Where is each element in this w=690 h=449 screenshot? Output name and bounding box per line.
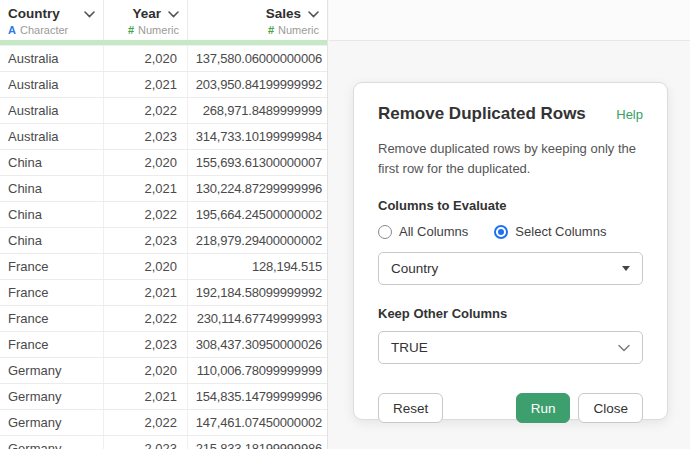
- cell-sales[interactable]: 230,114.67749999993: [188, 306, 327, 331]
- table-row: China 2,022 195,664.24500000002: [0, 202, 327, 228]
- cell-year[interactable]: 2,023: [104, 124, 188, 149]
- cell-country[interactable]: Germany: [0, 436, 104, 449]
- cell-year[interactable]: 2,021: [104, 280, 188, 305]
- cell-sales[interactable]: 314,733.10199999984: [188, 124, 327, 149]
- column-type-label: Character: [20, 24, 68, 36]
- column-select-dropdown[interactable]: Country: [378, 252, 643, 285]
- keep-other-columns-value: TRUE: [391, 340, 428, 355]
- data-grid: Country A Character Year # Numeric: [0, 0, 328, 449]
- column-name: Year: [132, 6, 161, 21]
- table-row: China 2,021 130,224.87299999996: [0, 176, 327, 202]
- cell-country[interactable]: France: [0, 280, 104, 305]
- column-header-year[interactable]: Year # Numeric: [104, 0, 188, 40]
- column-name: Country: [8, 6, 60, 21]
- table-row: Germany 2,020 110,006.78099999999: [0, 358, 327, 384]
- radio-unselected-icon[interactable]: [378, 225, 392, 239]
- cell-sales[interactable]: 218,979.29400000002: [188, 228, 327, 253]
- cell-country[interactable]: Australia: [0, 124, 104, 149]
- cell-year[interactable]: 2,020: [104, 358, 188, 383]
- table-row: China 2,023 218,979.29400000002: [0, 228, 327, 254]
- table-row: China 2,020 155,693.61300000007: [0, 150, 327, 176]
- cell-country[interactable]: France: [0, 306, 104, 331]
- column-type-label: Numeric: [138, 24, 179, 36]
- cell-sales[interactable]: 128,194.515: [188, 254, 327, 279]
- cell-sales[interactable]: 137,580.06000000006: [188, 46, 327, 71]
- cell-sales[interactable]: 215,833.18199999986: [188, 436, 327, 449]
- cell-year[interactable]: 2,023: [104, 436, 188, 449]
- cell-country[interactable]: China: [0, 150, 104, 175]
- cell-country[interactable]: Germany: [0, 410, 104, 435]
- chevron-down-icon[interactable]: [308, 11, 319, 18]
- cell-sales[interactable]: 268,971.8489999999: [188, 98, 327, 123]
- table-row: Australia 2,023 314,733.10199999984: [0, 124, 327, 150]
- table-row: France 2,021 192,184.58099999992: [0, 280, 327, 306]
- cell-year[interactable]: 2,020: [104, 150, 188, 175]
- run-button[interactable]: Run: [516, 393, 571, 423]
- dialog-title: Remove Duplicated Rows: [378, 104, 586, 124]
- cell-year[interactable]: 2,020: [104, 254, 188, 279]
- cell-year[interactable]: 2,023: [104, 228, 188, 253]
- cell-country[interactable]: Australia: [0, 98, 104, 123]
- column-name: Sales: [266, 6, 301, 21]
- selected-column-value: Country: [391, 261, 438, 276]
- columns-to-evaluate-label: Columns to Evaluate: [378, 198, 643, 213]
- table-body: Australia 2,020 137,580.06000000006 Aust…: [0, 46, 327, 449]
- cell-year[interactable]: 2,022: [104, 202, 188, 227]
- table-row: Germany 2,021 154,835.14799999996: [0, 384, 327, 410]
- cell-year[interactable]: 2,022: [104, 306, 188, 331]
- chevron-down-icon[interactable]: [168, 11, 179, 18]
- cell-country[interactable]: Germany: [0, 384, 104, 409]
- cell-sales[interactable]: 154,835.14799999996: [188, 384, 327, 409]
- cell-sales[interactable]: 192,184.58099999992: [188, 280, 327, 305]
- cell-country[interactable]: France: [0, 332, 104, 357]
- chevron-down-icon[interactable]: [84, 11, 95, 18]
- cell-sales[interactable]: 195,664.24500000002: [188, 202, 327, 227]
- cell-country[interactable]: France: [0, 254, 104, 279]
- cell-year[interactable]: 2,021: [104, 176, 188, 201]
- header-divider-line: [329, 40, 690, 41]
- caret-down-icon: [622, 266, 630, 271]
- keep-other-columns-select[interactable]: TRUE: [378, 331, 643, 364]
- numeric-type-icon: #: [268, 24, 274, 36]
- radio-select-columns[interactable]: Select Columns: [494, 224, 606, 239]
- cell-year[interactable]: 2,022: [104, 98, 188, 123]
- radio-all-columns[interactable]: All Columns: [378, 224, 468, 239]
- table-row: Australia 2,022 268,971.8489999999: [0, 98, 327, 124]
- table-header: Country A Character Year # Numeric: [0, 0, 327, 40]
- close-button[interactable]: Close: [578, 393, 643, 423]
- cell-sales[interactable]: 155,693.61300000007: [188, 150, 327, 175]
- column-type-label: Numeric: [278, 24, 319, 36]
- cell-country[interactable]: Australia: [0, 72, 104, 97]
- column-header-country[interactable]: Country A Character: [0, 0, 104, 40]
- chevron-down-icon: [618, 340, 630, 355]
- cell-sales[interactable]: 203,950.84199999992: [188, 72, 327, 97]
- cell-sales[interactable]: 147,461.07450000002: [188, 410, 327, 435]
- cell-country[interactable]: China: [0, 202, 104, 227]
- dialog-description: Remove duplicated rows by keeping only t…: [378, 139, 643, 179]
- cell-year[interactable]: 2,021: [104, 384, 188, 409]
- help-link[interactable]: Help: [616, 107, 643, 122]
- table-row: Australia 2,021 203,950.84199999992: [0, 72, 327, 98]
- cell-country[interactable]: China: [0, 228, 104, 253]
- remove-duplicated-rows-dialog: Remove Duplicated Rows Help Remove dupli…: [353, 82, 668, 420]
- cell-country[interactable]: China: [0, 176, 104, 201]
- table-row: Germany 2,023 215,833.18199999986: [0, 436, 327, 449]
- cell-sales[interactable]: 130,224.87299999996: [188, 176, 327, 201]
- column-header-sales[interactable]: Sales # Numeric: [188, 0, 327, 40]
- cell-sales[interactable]: 308,437.30950000026: [188, 332, 327, 357]
- cell-country[interactable]: Germany: [0, 358, 104, 383]
- cell-sales[interactable]: 110,006.78099999999: [188, 358, 327, 383]
- radio-label: All Columns: [399, 224, 468, 239]
- keep-other-columns-label: Keep Other Columns: [378, 306, 643, 321]
- reset-button[interactable]: Reset: [378, 393, 443, 423]
- cell-year[interactable]: 2,021: [104, 72, 188, 97]
- cell-year[interactable]: 2,023: [104, 332, 188, 357]
- table-row: Germany 2,022 147,461.07450000002: [0, 410, 327, 436]
- numeric-type-icon: #: [128, 24, 134, 36]
- toolbar-background: [329, 0, 690, 40]
- table-row: France 2,023 308,437.30950000026: [0, 332, 327, 358]
- cell-country[interactable]: Australia: [0, 46, 104, 71]
- radio-selected-icon[interactable]: [494, 225, 508, 239]
- cell-year[interactable]: 2,022: [104, 410, 188, 435]
- cell-year[interactable]: 2,020: [104, 46, 188, 71]
